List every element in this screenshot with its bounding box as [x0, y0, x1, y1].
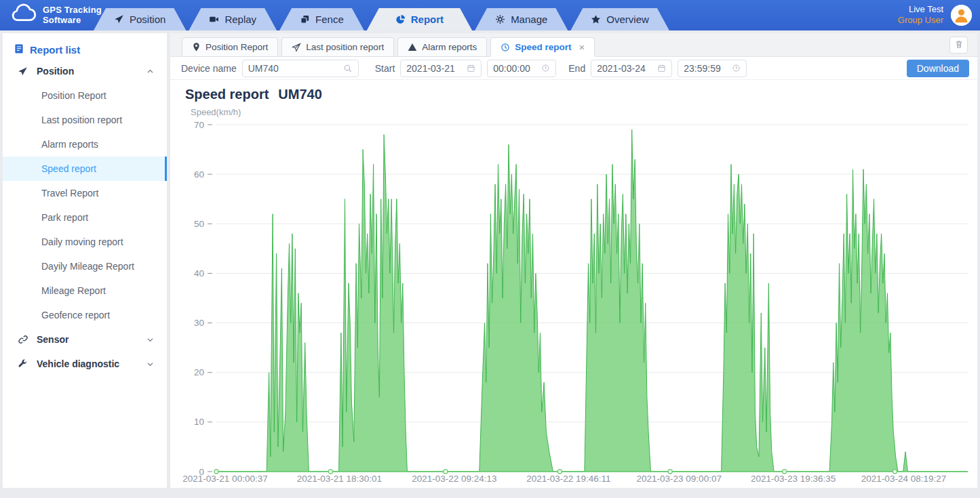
- chart-y-axis-name: Speed(km/h): [191, 107, 977, 119]
- clock-icon: [541, 64, 550, 72]
- nav-tab-manage[interactable]: Manage: [475, 8, 568, 30]
- sidebar-item-travel-report[interactable]: Travel Report: [3, 181, 167, 205]
- paper-plane-icon: [18, 66, 29, 77]
- nav-tab-overview[interactable]: Overview: [570, 8, 669, 30]
- report-tab-label: Position Report: [205, 42, 268, 52]
- chart-title: Speed reportUM740: [185, 87, 977, 104]
- sidebar-item-label: Speed report: [41, 163, 96, 174]
- sidebar-item-park-report[interactable]: Park report: [3, 205, 167, 230]
- x-tick-label: 2021-03-23 19:36:35: [751, 474, 836, 484]
- report-list-header: Report list: [3, 33, 167, 59]
- sidebar-item-alarm-reports[interactable]: Alarm reports: [3, 132, 167, 157]
- nav-tab-position[interactable]: Position: [94, 8, 186, 30]
- device-name-label: Device name: [181, 63, 237, 74]
- sidebar-item-label: Daily moving report: [41, 236, 123, 247]
- speed-area-chart: 0102030405060702021-03-21 00:00:372021-0…: [170, 119, 977, 487]
- chevron-down-icon: [146, 360, 155, 369]
- main-panel: Position ReportLast position reportAlarm…: [170, 33, 977, 488]
- download-button[interactable]: Download: [907, 60, 969, 77]
- start-label: Start: [375, 63, 395, 74]
- chevron-down-icon: [146, 335, 155, 344]
- sidebar-item-speed-report[interactable]: Speed report: [3, 157, 167, 181]
- sidebar-item-label: Position Report: [41, 90, 106, 101]
- report-tab-last-position-report[interactable]: Last position report: [281, 37, 394, 57]
- sidebar-item-last-position-report[interactable]: Last position report: [3, 108, 167, 132]
- sidebar-item-label: Last position report: [41, 115, 122, 125]
- nav-tab-label: Manage: [511, 8, 547, 30]
- main-nav-tabs: PositionReplayFenceReportManageOverview: [94, 0, 669, 30]
- section-label: Vehicle diagnostic: [37, 358, 119, 369]
- warning-icon: [408, 43, 417, 51]
- y-tick-label: 70: [194, 120, 204, 130]
- close-icon[interactable]: ×: [579, 42, 585, 52]
- nav-tab-label: Report: [411, 8, 444, 30]
- trash-icon: [954, 39, 964, 51]
- report-sidebar: Report list PositionPosition ReportLast …: [3, 33, 167, 488]
- x-tick-label: 2021-03-22 09:24:13: [412, 474, 496, 484]
- report-tabs: Position ReportLast position reportAlarm…: [182, 37, 595, 56]
- x-tick-label: 2021-03-23 09:00:07: [637, 474, 722, 484]
- x-tick-label: 2021-03-21 00:00:37: [182, 474, 267, 484]
- query-toolbar: Device name UM740 Start 2021-03-21 00:00…: [170, 57, 977, 80]
- user-info[interactable]: Live Test Group User: [898, 4, 943, 26]
- y-tick-label: 60: [194, 169, 204, 180]
- camera-icon: [209, 14, 219, 24]
- search-icon: [343, 64, 353, 73]
- y-tick-label: 10: [194, 417, 204, 427]
- chart-device-name: UM740: [278, 87, 321, 102]
- report-tab-alarm-reports[interactable]: Alarm reports: [397, 37, 487, 57]
- y-tick-label: 30: [194, 318, 204, 328]
- section-label: Sensor: [37, 334, 68, 345]
- y-tick-label: 20: [194, 367, 204, 377]
- avatar[interactable]: [951, 5, 972, 26]
- report-list-icon: [14, 43, 24, 56]
- x-tick-label: 2021-03-22 19:46:11: [526, 474, 610, 484]
- nav-tab-label: Fence: [315, 8, 344, 30]
- nav-tab-label: Overview: [606, 8, 649, 30]
- sidebar-item-position-report[interactable]: Position Report: [3, 83, 167, 108]
- clear-tabs-button[interactable]: [949, 37, 968, 54]
- paper-plane-icon: [114, 14, 124, 24]
- calendar-icon: [467, 64, 475, 72]
- report-tab-label: Speed report: [515, 42, 571, 52]
- sidebar-item-label: Mileage Report: [41, 285, 106, 296]
- sidebar-section-position[interactable]: Position: [3, 59, 167, 83]
- sidebar-item-daily-moving-report[interactable]: Daily moving report: [3, 230, 167, 254]
- star-icon: [591, 14, 601, 24]
- nav-tab-fence[interactable]: Fence: [279, 8, 364, 30]
- device-name-input[interactable]: UM740: [242, 60, 359, 77]
- chevron-up-icon: [146, 67, 155, 76]
- user-group: Group User: [898, 15, 943, 26]
- sidebar-section-sensor[interactable]: Sensor: [3, 327, 167, 352]
- report-list: PositionPosition ReportLast position rep…: [3, 59, 167, 376]
- sidebar-section-vehicle-diagnostic[interactable]: Vehicle diagnostic: [3, 352, 167, 376]
- sidebar-item-label: Geofence report: [41, 310, 110, 320]
- nav-tab-report[interactable]: Report: [367, 8, 472, 30]
- sidebar-item-label: Travel Report: [41, 188, 98, 199]
- pin-icon: [192, 42, 201, 52]
- link-icon: [18, 334, 29, 345]
- sidebar-item-mileage-report[interactable]: Mileage Report: [3, 278, 167, 303]
- end-time-input[interactable]: 23:59:59: [678, 60, 747, 77]
- nav-tab-replay[interactable]: Replay: [189, 8, 277, 30]
- start-time-input[interactable]: 00:00:00: [487, 60, 556, 77]
- sidebar-item-label: Park report: [41, 212, 88, 223]
- sidebar-item-label: Dayily Mileage Report: [41, 261, 134, 272]
- top-navigation-bar: GPS Tracking Software PositionReplayFenc…: [0, 0, 980, 30]
- sidebar-item-dayily-mileage-report[interactable]: Dayily Mileage Report: [3, 254, 167, 278]
- calendar-icon: [657, 64, 666, 72]
- report-tab-speed-report[interactable]: Speed report×: [490, 37, 595, 57]
- nav-tab-label: Replay: [224, 8, 256, 30]
- pie-chart-icon: [395, 14, 406, 24]
- clock-icon: [732, 64, 741, 72]
- sidebar-item-geofence-report[interactable]: Geofence report: [3, 303, 167, 327]
- end-date-input[interactable]: 2021-03-24: [591, 60, 672, 77]
- x-tick-label: 2021-03-24 08:19:27: [861, 474, 946, 484]
- start-date-input[interactable]: 2021-03-21: [400, 60, 482, 77]
- report-tab-label: Last position report: [306, 42, 384, 52]
- nav-tab-label: Position: [130, 8, 165, 30]
- sidebar-item-label: Alarm reports: [41, 139, 98, 150]
- chart-section: Speed reportUM740 Speed(km/h) 0102030405…: [170, 80, 977, 487]
- report-tab-position-report[interactable]: Position Report: [182, 37, 278, 57]
- paper-plane-icon: [292, 43, 301, 52]
